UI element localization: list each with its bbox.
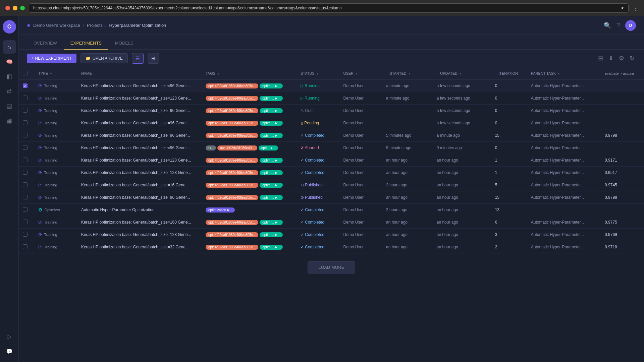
th-name[interactable]: NAME	[77, 67, 202, 80]
tag[interactable]: opti...	[259, 145, 278, 150]
breadcrumb-projects[interactable]: Projects	[87, 23, 103, 28]
experiment-name[interactable]: Automatic Hyper-Parameter Optimization	[77, 204, 202, 216]
close-dot[interactable]	[5, 6, 10, 10]
view-list-button[interactable]: ☰	[132, 53, 144, 64]
tag[interactable]: opt: 4f02da91989e406ea805c...	[206, 83, 258, 88]
tag[interactable]: opt: 4f02da91989e406ea805c...	[206, 195, 258, 200]
bookmark-icon[interactable]: ★	[621, 6, 624, 10]
row-checkbox[interactable]	[23, 120, 28, 125]
tag[interactable]: opt: 4f02da91989e406ea805c...	[206, 245, 258, 250]
experiment-name[interactable]: Keras HP optimization base: General/batc…	[77, 167, 202, 179]
updated-filter-icon[interactable]: ▼	[459, 72, 462, 75]
tab-overview[interactable]: OVERVIEW	[27, 37, 64, 50]
th-type[interactable]: TYPE ▼	[34, 67, 77, 80]
row-checkbox[interactable]	[23, 207, 28, 212]
tag[interactable]: opt: 4f02da91989e406ea805c...	[206, 96, 258, 101]
open-archive-button[interactable]: 📁 OPEN ARCHIVE	[80, 53, 128, 63]
browser-menu-icon[interactable]: ⋮	[633, 4, 639, 12]
th-tags[interactable]: TAGS ▼	[202, 67, 297, 80]
th-checkbox[interactable]	[19, 67, 34, 80]
tag[interactable]: optimi...	[260, 96, 283, 101]
tag[interactable]: optimi...	[260, 108, 283, 113]
tag[interactable]: opt: 4f02da91989e406ea805c...	[206, 170, 258, 175]
sidebar-item-tag[interactable]: ▷	[3, 330, 16, 343]
experiment-name[interactable]: Keras HP optimization base: General/batc…	[77, 105, 202, 117]
sidebar-item-table[interactable]: ▦	[3, 114, 16, 127]
row-checkbox[interactable]	[23, 182, 28, 187]
sidebar-item-data[interactable]: ▤	[3, 99, 16, 113]
sidebar-item-pipelines[interactable]: ⇄	[3, 84, 16, 98]
select-all-checkbox[interactable]	[23, 71, 28, 75]
row-checkbox[interactable]	[23, 195, 28, 199]
sidebar-item-home[interactable]: ⌂	[3, 40, 16, 54]
experiment-name[interactable]: Keras HP optimization base: General/batc…	[77, 191, 202, 204]
tag[interactable]: optimi...	[260, 245, 283, 250]
experiment-name[interactable]: Keras HP optimization base: General/batc…	[77, 229, 202, 241]
filter-icon[interactable]: ⊟	[597, 53, 604, 63]
experiment-name[interactable]: Keras HP optimization base: General/batc…	[77, 80, 202, 92]
tag[interactable]: optimi...	[260, 133, 283, 138]
status-filter-icon[interactable]: ▼	[316, 72, 319, 75]
settings-icon[interactable]: ⚙	[618, 53, 626, 63]
tag[interactable]: optimi...	[260, 195, 283, 200]
tag[interactable]: ex...	[206, 145, 216, 150]
sidebar-item-slack[interactable]: 💬	[3, 345, 16, 358]
load-more-button[interactable]: LOAD MORE	[308, 261, 356, 274]
sidebar-item-brain[interactable]: 🧠	[3, 55, 16, 68]
tag[interactable]: optimi...	[260, 83, 283, 88]
sidebar-item-layers[interactable]: ◧	[3, 70, 16, 83]
row-checkbox[interactable]	[23, 96, 28, 100]
experiment-name[interactable]: Keras HP optimization base: General/batc…	[77, 241, 202, 253]
row-checkbox[interactable]	[23, 220, 28, 224]
new-experiment-button[interactable]: + NEW EXPERIMENT	[27, 54, 76, 63]
experiment-name[interactable]: Keras HP optimization base: General/batc…	[77, 179, 202, 191]
user-filter-icon[interactable]: ▼	[355, 72, 358, 75]
row-checkbox[interactable]	[23, 158, 28, 162]
th-parent-task[interactable]: PARENT TASK ▼	[527, 67, 601, 80]
search-icon[interactable]: 🔍	[604, 22, 611, 29]
th-user[interactable]: USER ▼	[339, 67, 382, 80]
tag[interactable]: opt: 4f02da91989e406ea805c...	[206, 133, 258, 138]
tag[interactable]: optimi...	[260, 220, 283, 225]
th-score[interactable]: evaluate > accura	[601, 67, 644, 80]
tag[interactable]: opt: 4f02da91989e406ea805c...	[206, 158, 258, 163]
experiment-name[interactable]: Keras HP optimization base: General/batc…	[77, 92, 202, 105]
tags-filter-icon[interactable]: ▼	[217, 72, 220, 75]
started-filter-icon[interactable]: ▼	[408, 72, 411, 75]
type-filter-icon[interactable]: ▼	[49, 72, 53, 75]
tag[interactable]: optimi...	[260, 121, 283, 126]
th-iteration[interactable]: ↕ ITERATION	[491, 67, 527, 80]
avatar[interactable]: D	[625, 20, 636, 31]
help-icon[interactable]: ?	[616, 22, 620, 29]
tag[interactable]: optimi...	[260, 232, 283, 237]
experiment-name[interactable]: Keras HP optimization base: General/batc…	[77, 154, 202, 167]
tab-experiments[interactable]: EXPERIMENTS	[64, 37, 108, 50]
tag[interactable]: opt: 4f02da91989e406ea805c...	[206, 121, 258, 126]
tab-models[interactable]: MODELS	[108, 37, 140, 50]
address-bar[interactable]: https://app.clear.ml/projects/531785e122…	[29, 3, 629, 13]
tag[interactable]: optimi...	[260, 170, 283, 175]
experiment-name[interactable]: Keras HP optimization base: General/batc…	[77, 216, 202, 229]
th-started[interactable]: ↕ STARTED ▼	[382, 67, 433, 80]
download-icon[interactable]: ⬇	[607, 53, 615, 63]
row-checkbox[interactable]	[23, 170, 28, 175]
th-status[interactable]: STATUS ▼	[297, 67, 339, 80]
tag[interactable]: optimization	[206, 207, 235, 213]
refresh-icon[interactable]: ↻	[628, 53, 636, 63]
view-grid-button[interactable]: ⊞	[148, 53, 159, 64]
row-checkbox[interactable]	[23, 133, 28, 137]
row-checkbox[interactable]	[23, 108, 28, 113]
tag[interactable]: opt: 4f02da91989e40...	[217, 145, 257, 150]
tag[interactable]: opt: 4f02da91989e406ea805c...	[206, 220, 258, 225]
experiment-name[interactable]: Keras HP optimization base: General/batc…	[77, 142, 202, 154]
row-checkbox[interactable]: ✓	[23, 83, 28, 88]
minimize-dot[interactable]	[13, 6, 17, 10]
parent-filter-icon[interactable]: ▼	[557, 72, 560, 75]
tag[interactable]: optimi...	[260, 183, 283, 188]
tag[interactable]: optimi...	[260, 158, 283, 163]
row-checkbox[interactable]	[23, 145, 28, 150]
experiment-name[interactable]: Keras HP optimization base: General/batc…	[77, 129, 202, 142]
tag[interactable]: opt: 4f02da91989e406ea805c...	[206, 232, 258, 237]
th-updated[interactable]: ↕ UPDATED ▼	[433, 67, 491, 80]
breadcrumb-workspace[interactable]: Demo User's workspace	[33, 23, 80, 28]
